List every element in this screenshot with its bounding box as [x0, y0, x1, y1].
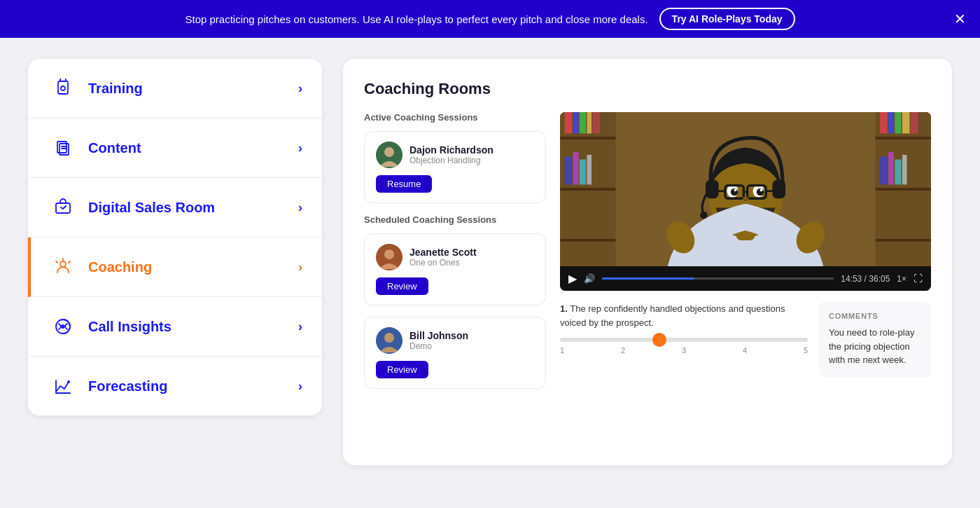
svg-rect-26 — [565, 112, 573, 134]
session-card-bill: Bill Johnson Demo Review — [364, 317, 546, 389]
sidebar-item-coaching[interactable]: Coaching › — [28, 238, 322, 297]
sidebar-item-training[interactable]: Training › — [28, 59, 322, 118]
top-banner: Stop practicing pitches on customers. Us… — [0, 0, 980, 38]
session-info-dajon: Dajon Richardson Objection Handling — [376, 142, 534, 168]
comments-body: You need to role-play the pricing object… — [829, 326, 921, 367]
rating-dot — [652, 333, 666, 347]
call-insights-icon — [50, 314, 76, 339]
forecasting-label: Forecasting — [88, 378, 298, 394]
svg-rect-42 — [895, 160, 901, 185]
avatar-bill — [376, 327, 402, 354]
session-card-dajon: Dajon Richardson Objection Handling Resu… — [364, 131, 546, 203]
jeanette-review-button[interactable]: Review — [376, 277, 428, 295]
video-controls: ▶ 🔊 14:53 / 36:05 1× ⛶ — [560, 266, 931, 291]
banner-cta-button[interactable]: Try AI Role-Plays Today — [659, 8, 795, 30]
rating-labels: 1 2 3 4 5 — [560, 346, 808, 355]
active-section-title: Active Coaching Sessions — [364, 112, 546, 123]
panel-title: Coaching Rooms — [364, 80, 931, 98]
video-column: Coach Dajon on call with Acme — [560, 112, 931, 400]
video-speed[interactable]: 1× — [897, 274, 906, 284]
avatar-dajon — [376, 142, 402, 168]
training-chevron: › — [298, 81, 302, 96]
dajon-subtitle: Objection Handling — [410, 156, 493, 165]
session-info-jeanette: Jeanette Scott One on Ones — [376, 244, 534, 270]
rating-row — [560, 338, 808, 342]
content-icon — [50, 135, 76, 160]
fullscreen-icon[interactable]: ⛶ — [913, 273, 923, 284]
dajon-name: Dajon Richardson — [410, 144, 493, 156]
svg-rect-38 — [902, 112, 910, 134]
bill-session-text: Bill Johnson Demo — [410, 330, 468, 351]
svg-rect-29 — [587, 112, 592, 134]
main-layout: Training › Content › — [0, 38, 980, 508]
svg-point-9 — [62, 325, 64, 328]
svg-rect-59 — [772, 180, 785, 199]
bill-name: Bill Johnson — [410, 330, 468, 341]
svg-point-7 — [60, 261, 66, 267]
volume-icon[interactable]: 🔊 — [584, 273, 595, 284]
sessions-column: Active Coaching Sessions Dajon Richa — [364, 112, 546, 400]
svg-rect-58 — [706, 180, 719, 199]
progress-fill — [602, 277, 694, 280]
rating-label-2: 2 — [621, 346, 625, 355]
dajon-session-text: Dajon Richardson Objection Handling — [410, 144, 493, 165]
comments-title: COMMENTS — [829, 312, 921, 320]
comments-box: COMMENTS You need to role-play the prici… — [819, 302, 931, 377]
sidebar-item-content[interactable]: Content › — [28, 118, 322, 178]
session-info-bill: Bill Johnson Demo — [376, 327, 534, 354]
video-wrapper: Coach Dajon on call with Acme — [560, 112, 931, 291]
svg-rect-31 — [565, 157, 573, 185]
forecasting-chevron: › — [298, 379, 302, 394]
progress-bar[interactable] — [602, 277, 834, 280]
digital-sales-room-label: Digital Sales Room — [88, 200, 298, 216]
svg-rect-35 — [880, 112, 888, 134]
svg-point-52 — [760, 188, 763, 191]
sidebar-item-forecasting[interactable]: Forecasting › — [28, 357, 322, 416]
svg-rect-40 — [880, 157, 888, 185]
svg-point-14 — [384, 249, 394, 259]
call-insights-chevron: › — [298, 320, 302, 334]
sidebar-item-digital-sales-room[interactable]: Digital Sales Room › — [28, 178, 322, 238]
sidebar-item-call-insights[interactable]: Call Insights › — [28, 297, 322, 357]
coaching-rooms-panel: Coaching Rooms Active Coaching Sessions — [343, 59, 952, 465]
bill-review-button[interactable]: Review — [376, 361, 428, 378]
play-icon[interactable]: ▶ — [568, 272, 577, 285]
rating-label-5: 5 — [804, 346, 808, 355]
scheduled-section-title: Scheduled Coaching Sessions — [364, 214, 546, 225]
avatar-jeanette — [376, 244, 402, 270]
forecasting-icon — [50, 373, 76, 399]
banner-close-button[interactable]: ✕ — [954, 12, 966, 26]
svg-point-60 — [700, 212, 708, 219]
jeanette-name: Jeanette Scott — [410, 247, 477, 258]
digital-sales-room-chevron: › — [298, 200, 302, 215]
content-label: Content — [88, 140, 298, 156]
rating-label-4: 4 — [743, 346, 747, 355]
rating-label-3: 3 — [682, 346, 686, 355]
score-text: 1. The rep confidently handled objection… — [560, 302, 808, 329]
coaching-icon — [50, 254, 76, 280]
svg-rect-39 — [911, 112, 918, 134]
score-section: 1. The rep confidently handled objection… — [560, 302, 931, 377]
svg-rect-28 — [580, 112, 586, 134]
svg-rect-37 — [895, 112, 901, 134]
score-item-1: 1. The rep confidently handled objection… — [560, 302, 808, 377]
svg-rect-32 — [573, 152, 579, 184]
svg-rect-34 — [587, 155, 592, 184]
svg-rect-33 — [580, 160, 586, 185]
svg-rect-27 — [573, 112, 579, 134]
svg-rect-0 — [58, 81, 68, 94]
rating-label-1: 1 — [560, 346, 564, 355]
call-insights-label: Call Insights — [88, 319, 298, 335]
training-icon — [50, 76, 76, 101]
jeanette-subtitle: One on Ones — [410, 258, 477, 268]
svg-point-16 — [384, 333, 394, 343]
jeanette-session-text: Jeanette Scott One on Ones — [410, 247, 477, 268]
banner-text: Stop practicing pitches on customers. Us… — [185, 13, 648, 25]
training-label: Training — [88, 81, 298, 97]
svg-rect-43 — [902, 155, 907, 184]
svg-point-12 — [384, 147, 394, 157]
dajon-resume-button[interactable]: Resume — [376, 175, 432, 193]
svg-point-10 — [67, 380, 70, 383]
rating-track[interactable] — [560, 338, 808, 342]
svg-rect-30 — [592, 112, 600, 134]
